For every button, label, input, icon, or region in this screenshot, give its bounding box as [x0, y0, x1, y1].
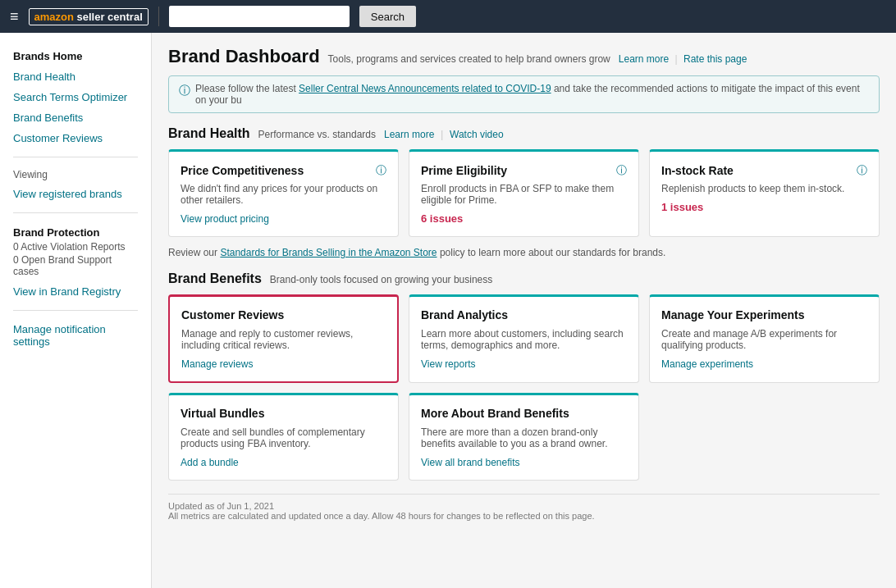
- view-reports-link[interactable]: View reports: [421, 358, 475, 370]
- sidebar-active-violation: 0 Active Violation Reports: [0, 240, 151, 253]
- nav-divider: [158, 7, 159, 26]
- brand-health-subtitle: Performance vs. standards: [258, 129, 376, 140]
- sidebar-divider-2: [13, 212, 138, 213]
- bb-card-virtual-bundles: Virtual Bundles Create and sell bundles …: [168, 393, 399, 481]
- brand-health-watch-video[interactable]: Watch video: [450, 129, 504, 140]
- bb-card-link-virtual-bundles: Add a bundle: [181, 456, 386, 468]
- bh-card-title-3: In-stock Rate: [661, 164, 734, 177]
- sidebar-item-brand-health[interactable]: Brand Health: [0, 66, 151, 87]
- bh-card-title-row-2: Prime Eligibility ⓘ: [421, 163, 627, 178]
- sidebar-divider-1: [13, 157, 138, 157]
- manage-reviews-link[interactable]: Manage reviews: [181, 358, 253, 370]
- page-title-row: Brand Dashboard Tools, programs and serv…: [168, 46, 880, 67]
- brand-health-links: Learn more | Watch video: [384, 128, 504, 140]
- sidebar: Brands Home Brand Health Search Terms Op…: [0, 33, 152, 588]
- brand-benefits-row2: Virtual Bundles Create and sell bundles …: [168, 393, 880, 481]
- bb-more-desc: There are more than a dozen brand-only b…: [421, 426, 627, 449]
- bh-card-title-row-3: In-stock Rate ⓘ: [661, 163, 867, 178]
- sidebar-item-brands-home[interactable]: Brands Home: [0, 46, 151, 66]
- footer: Updated as of Jun 1, 2021 All metrics ar…: [168, 494, 880, 521]
- layout: Brands Home Brand Health Search Terms Op…: [0, 33, 896, 588]
- bb-card-title-manage-experiments: Manage Your Experiments: [661, 308, 867, 321]
- bh-card-price-competitiveness: Price Competitiveness ⓘ We didn't find a…: [168, 149, 399, 237]
- page-title: Brand Dashboard: [168, 46, 320, 67]
- bh-card-desc-1: We didn't find any prices for your produ…: [181, 183, 386, 206]
- search-input[interactable]: [169, 6, 350, 27]
- bb-card-title-virtual-bundles: Virtual Bundles: [181, 407, 386, 420]
- brand-health-grid: Price Competitiveness ⓘ We didn't find a…: [168, 149, 880, 237]
- bh-card-issues-2: 6 issues: [421, 212, 627, 225]
- pipe-separator: |: [675, 53, 678, 65]
- topnav: ≡ amazon seller central Search: [0, 0, 896, 33]
- standards-link[interactable]: Standards for Brands Selling in the Amaz…: [220, 247, 437, 258]
- sidebar-viewing-label: Viewing: [0, 166, 151, 184]
- bh-card-info-icon-1: ⓘ: [376, 163, 386, 178]
- review-policy-text: Review our Standards for Brands Selling …: [168, 247, 880, 258]
- bb-more-card: More About Brand Benefits There are more…: [409, 393, 639, 481]
- bb-card-link-manage-experiments: Manage experiments: [661, 358, 867, 370]
- sidebar-item-brand-benefits[interactable]: Brand Benefits: [0, 107, 151, 128]
- bh-card-info-icon-3: ⓘ: [857, 163, 867, 178]
- bb-card-desc-customer-reviews: Manage and reply to customer reviews, in…: [181, 328, 386, 351]
- bh-card-info-icon-2: ⓘ: [616, 163, 627, 178]
- view-product-pricing-link[interactable]: View product pricing: [181, 213, 269, 225]
- bb-row2-empty: [649, 393, 880, 481]
- bh-card-prime-eligibility: Prime Eligibility ⓘ Enroll products in F…: [409, 149, 639, 237]
- page-title-links: Learn more | Rate this page: [619, 53, 747, 65]
- bb-card-desc-manage-experiments: Create and manage A/B experiments for qu…: [661, 328, 867, 351]
- bb-card-customer-reviews: Customer Reviews Manage and reply to cus…: [168, 294, 399, 383]
- logo: amazon seller central: [29, 8, 149, 25]
- footer-line2: All metrics are calculated and updated o…: [168, 511, 880, 521]
- bh-card-instock-rate: In-stock Rate ⓘ Replenish products to ke…: [649, 149, 880, 237]
- sidebar-divider-3: [13, 310, 138, 311]
- brand-benefits-grid: Customer Reviews Manage and reply to cus…: [168, 294, 880, 383]
- bh-card-desc-2: Enroll products in FBA or SFP to make th…: [421, 183, 627, 206]
- sidebar-item-manage-notifications[interactable]: Manage notification settings: [0, 319, 151, 352]
- sidebar-item-customer-reviews[interactable]: Customer Reviews: [0, 128, 151, 148]
- add-bundle-link[interactable]: Add a bundle: [181, 457, 239, 468]
- brand-health-section-header: Brand Health Performance vs. standards L…: [168, 126, 880, 141]
- sidebar-item-search-terms[interactable]: Search Terms Optimizer: [0, 87, 151, 107]
- bh-card-title-1: Price Competitiveness: [181, 164, 304, 177]
- main-content: Brand Dashboard Tools, programs and serv…: [152, 33, 896, 588]
- bh-card-title-row-1: Price Competitiveness ⓘ: [181, 163, 386, 178]
- covid-link[interactable]: Seller Central News Announcements relate…: [299, 83, 551, 94]
- menu-icon[interactable]: ≡: [10, 8, 19, 25]
- page-subtitle: Tools, programs and services created to …: [328, 53, 610, 65]
- sidebar-open-brand-support: 0 Open Brand Support cases: [0, 253, 151, 278]
- pipe-separator-2: |: [441, 128, 443, 140]
- bh-card-title-2: Prime Eligibility: [421, 164, 507, 177]
- brand-health-title: Brand Health: [168, 126, 250, 141]
- brand-health-learn-more[interactable]: Learn more: [384, 129, 434, 140]
- bb-card-desc-virtual-bundles: Create and sell bundles of complementary…: [181, 426, 386, 449]
- view-all-brand-benefits-link[interactable]: View all brand benefits: [421, 457, 520, 468]
- footer-line1: Updated as of Jun 1, 2021: [168, 501, 880, 511]
- bh-card-desc-3: Replenish products to keep them in-stock…: [661, 183, 867, 194]
- search-button[interactable]: Search: [359, 6, 416, 27]
- bb-card-link-brand-analytics: View reports: [421, 358, 627, 370]
- bb-card-title-brand-analytics: Brand Analytics: [421, 308, 627, 321]
- bb-card-desc-brand-analytics: Learn more about customers, including se…: [421, 328, 627, 351]
- bb-card-manage-experiments: Manage Your Experiments Create and manag…: [649, 294, 880, 383]
- brand-benefits-title: Brand Benefits: [168, 271, 262, 286]
- covid-banner: ⓘ Please follow the latest Seller Centra…: [168, 75, 880, 113]
- bb-more-title: More About Brand Benefits: [421, 407, 627, 420]
- bb-card-brand-analytics: Brand Analytics Learn more about custome…: [409, 294, 639, 383]
- bb-card-title-customer-reviews: Customer Reviews: [181, 308, 386, 321]
- learn-more-link[interactable]: Learn more: [619, 53, 669, 65]
- bh-card-issues-3: 1 issues: [661, 201, 867, 213]
- bb-card-link-customer-reviews: Manage reviews: [181, 358, 386, 370]
- sidebar-item-view-brand-registry[interactable]: View in Brand Registry: [0, 281, 151, 302]
- brand-benefits-section-header: Brand Benefits Brand-only tools focused …: [168, 271, 880, 286]
- sidebar-brand-protection-title: Brand Protection: [0, 221, 151, 240]
- sidebar-item-view-registered-brands[interactable]: View registered brands: [0, 184, 151, 204]
- brand-benefits-subtitle: Brand-only tools focused on growing your…: [270, 274, 493, 285]
- bb-more-link: View all brand benefits: [421, 456, 627, 468]
- info-icon: ⓘ: [179, 84, 190, 98]
- rate-page-link[interactable]: Rate this page: [683, 53, 747, 65]
- bh-card-link-1: View product pricing: [181, 212, 386, 225]
- covid-banner-text: Please follow the latest Seller Central …: [195, 83, 869, 106]
- manage-experiments-link[interactable]: Manage experiments: [661, 358, 753, 370]
